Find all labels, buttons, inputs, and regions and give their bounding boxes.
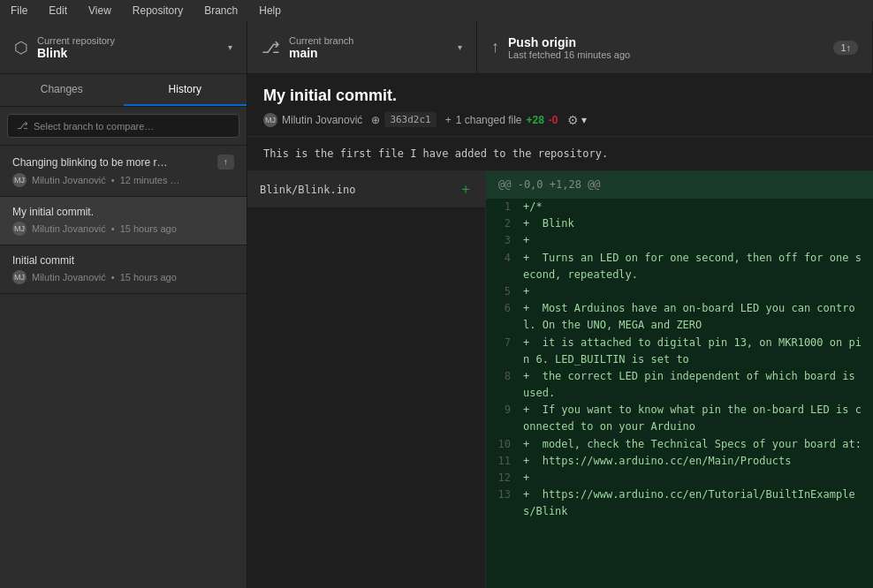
branch-selector[interactable]: ⎇ Current branch main ▾ bbox=[247, 21, 477, 73]
file-item[interactable]: Blink/Blink.ino ＋ bbox=[247, 171, 485, 208]
deletions-count: -0 bbox=[549, 114, 558, 126]
diff-line: 2+ Blink bbox=[486, 215, 873, 232]
diff-line: 7+ it is attached to digital pin 13, on … bbox=[486, 335, 873, 368]
menu-help[interactable]: Help bbox=[255, 3, 285, 19]
merge-icon: ⊕ bbox=[371, 114, 380, 126]
files-plus-icon: + bbox=[445, 114, 452, 126]
line-number: 2 bbox=[486, 215, 518, 232]
branch-label: Current branch bbox=[289, 35, 449, 46]
tab-history[interactable]: History bbox=[124, 74, 247, 106]
diff-lines: 1+/*2+ Blink3+4+ Turns an LED on for one… bbox=[486, 199, 873, 521]
commit-files-info: + 1 changed file +28 -0 bbox=[445, 114, 558, 126]
line-content: + it is attached to digital pin 13, on M… bbox=[518, 335, 873, 368]
line-content: +/* bbox=[518, 199, 548, 215]
branch-compare-input[interactable]: ⎇ Select branch to compare… bbox=[7, 114, 239, 138]
line-content: + model, check the Technical Specs of yo… bbox=[518, 436, 867, 453]
menu-branch[interactable]: Branch bbox=[201, 3, 241, 19]
diff-line: 5+ bbox=[486, 283, 873, 300]
diff-line: 3+ bbox=[486, 232, 873, 249]
line-number: 4 bbox=[486, 250, 518, 283]
repo-text: Current repository Blink bbox=[37, 35, 219, 60]
commit-time-val: 12 minutes … bbox=[120, 175, 180, 185]
branch-text: Current branch main bbox=[289, 35, 449, 60]
diff-header-line: @@ -0,0 +1,28 @@ bbox=[486, 171, 873, 199]
toolbar: ⬡ Current repository Blink ▾ ⎇ Current b… bbox=[0, 21, 873, 74]
file-name: Blink/Blink.ino bbox=[260, 184, 355, 196]
push-count: 1↑ bbox=[840, 42, 851, 53]
branch-icon: ⎇ bbox=[262, 38, 280, 57]
commit-item[interactable]: My initial commit. MJ Milutin Jovanović … bbox=[0, 197, 247, 245]
line-number: 10 bbox=[486, 436, 518, 453]
line-number: 13 bbox=[486, 486, 518, 520]
menu-repository[interactable]: Repository bbox=[129, 3, 186, 19]
line-content: + the correct LED pin independent of whi… bbox=[518, 368, 873, 402]
diff-line: 1+/* bbox=[486, 199, 873, 215]
diff-line: 8+ the correct LED pin independent of wh… bbox=[486, 368, 873, 402]
commit-item[interactable]: Changing blinking to be more r… ↑ MJ Mil… bbox=[0, 146, 247, 197]
commit-separator: • bbox=[111, 223, 115, 234]
line-content: + If you want to know what pin the on-bo… bbox=[518, 402, 873, 435]
menu-view[interactable]: View bbox=[85, 3, 115, 19]
line-content: + https://www.arduino.cc/en/Tutorial/Bui… bbox=[518, 486, 873, 520]
diff-area: Blink/Blink.ino ＋ @@ -0,0 +1,28 @@ 1+/*2… bbox=[247, 171, 873, 588]
push-sublabel: Last fetched 16 minutes ago bbox=[508, 49, 824, 60]
gear-caret-icon: ▾ bbox=[581, 114, 587, 126]
commit-info-row: MJ Milutin Jovanović ⊕ 363d2c1 + 1 chang… bbox=[263, 112, 857, 127]
push-origin-button[interactable]: ↑ Push origin Last fetched 16 minutes ag… bbox=[477, 21, 873, 73]
line-content: + https://www.arduino.cc/en/Main/Product… bbox=[518, 453, 796, 470]
commit-time-val: 15 hours ago bbox=[120, 223, 177, 234]
line-content: + bbox=[518, 470, 535, 486]
commit-author: Milutin Jovanović bbox=[32, 175, 106, 185]
repo-icon: ⬡ bbox=[14, 38, 28, 57]
repo-selector[interactable]: ⬡ Current repository Blink ▾ bbox=[0, 21, 247, 73]
gear-icon[interactable]: ⚙ bbox=[567, 113, 579, 127]
branch-compare-placeholder: Select branch to compare… bbox=[34, 121, 154, 132]
commit-message-body: This is the first file I have added to t… bbox=[247, 137, 873, 171]
diff-content: @@ -0,0 +1,28 @@ 1+/*2+ Blink3+4+ Turns … bbox=[486, 171, 873, 588]
push-label: Push origin bbox=[508, 35, 824, 49]
main-panel: My initial commit. MJ Milutin Jovanović … bbox=[247, 74, 873, 588]
changed-files-label: 1 changed file bbox=[456, 114, 522, 126]
commit-item[interactable]: Initial commit MJ Milutin Jovanović • 15… bbox=[0, 245, 247, 294]
branch-name: main bbox=[289, 46, 449, 60]
commit-author: Milutin Jovanović bbox=[32, 223, 106, 234]
commit-title: Initial commit bbox=[12, 254, 234, 267]
push-badge: 1↑ bbox=[833, 41, 858, 55]
line-number: 11 bbox=[486, 453, 518, 470]
add-file-icon: ＋ bbox=[459, 180, 473, 199]
commit-meta: MJ Milutin Jovanović • 15 hours ago bbox=[12, 270, 234, 284]
commit-title: My initial commit. bbox=[12, 206, 234, 218]
diff-line: 6+ Most Arduinos have an on-board LED yo… bbox=[486, 300, 873, 334]
line-number: 7 bbox=[486, 335, 518, 368]
push-up-badge: ↑ bbox=[217, 155, 234, 170]
commit-hash: 363d2c1 bbox=[384, 112, 436, 127]
commit-author-avatar: MJ bbox=[263, 113, 277, 127]
settings-dropdown[interactable]: ⚙ ▾ bbox=[567, 113, 587, 127]
branch-compare-section: ⎇ Select branch to compare… bbox=[0, 107, 247, 146]
tab-changes[interactable]: Changes bbox=[0, 74, 124, 106]
commit-separator: • bbox=[111, 272, 115, 283]
menubar: File Edit View Repository Branch Help bbox=[0, 0, 873, 21]
line-content: + Turns an LED on for one second, then o… bbox=[518, 250, 873, 283]
diff-line: 9+ If you want to know what pin the on-b… bbox=[486, 402, 873, 435]
commit-author-info: MJ Milutin Jovanović bbox=[263, 113, 362, 127]
branch-caret-icon: ▾ bbox=[458, 42, 462, 52]
repo-label: Current repository bbox=[37, 35, 219, 46]
line-content: + Blink bbox=[518, 215, 580, 232]
branch-compare-icon: ⎇ bbox=[17, 120, 28, 132]
line-content: + bbox=[518, 232, 535, 249]
line-number: 1 bbox=[486, 199, 518, 215]
avatar: MJ bbox=[12, 222, 27, 236]
commit-time: • bbox=[111, 175, 115, 185]
commit-header: My initial commit. MJ Milutin Jovanović … bbox=[247, 74, 873, 137]
line-number: 6 bbox=[486, 300, 518, 334]
repo-name: Blink bbox=[37, 46, 219, 60]
line-number: 3 bbox=[486, 232, 518, 249]
commit-hash-info: ⊕ 363d2c1 bbox=[371, 112, 436, 127]
diff-line: 12+ bbox=[486, 470, 873, 486]
menu-file[interactable]: File bbox=[7, 3, 31, 19]
commit-title-main: My initial commit. bbox=[263, 87, 857, 105]
line-content: + Most Arduinos have an on-board LED you… bbox=[518, 300, 873, 334]
push-text: Push origin Last fetched 16 minutes ago bbox=[508, 35, 824, 60]
menu-edit[interactable]: Edit bbox=[45, 3, 71, 19]
